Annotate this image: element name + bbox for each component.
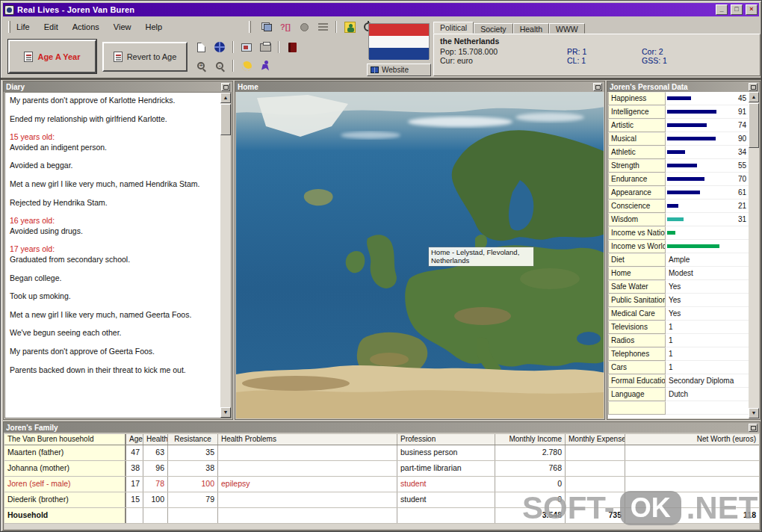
zoom-in-icon[interactable]: + xyxy=(193,59,208,72)
personal-scroll-thumb[interactable] xyxy=(749,103,759,148)
scroll-up-icon[interactable]: ▲ xyxy=(220,93,231,103)
family-cell xyxy=(566,477,625,492)
help-pointer-icon[interactable]: ?[] xyxy=(278,20,293,34)
stat-bar xyxy=(667,96,691,100)
family-cell xyxy=(566,445,625,460)
diary-scrollbar[interactable]: ▲ ▼ xyxy=(220,93,231,418)
stat-number: 34 xyxy=(738,148,746,156)
record-icon[interactable] xyxy=(297,20,312,34)
red-book-icon[interactable] xyxy=(285,40,300,54)
toolbar-separator xyxy=(232,41,234,53)
diary-entry: Avoided using drugs. xyxy=(10,226,216,236)
diary-entry: Met a new girl I like very much, named G… xyxy=(10,310,216,320)
website-button[interactable]: Website xyxy=(367,64,431,76)
list-icon[interactable] xyxy=(315,20,330,34)
moon-icon[interactable] xyxy=(239,59,254,72)
stat-label: Income vs World xyxy=(608,240,666,253)
family-header-cell: Profession xyxy=(397,434,495,445)
family-cell: student xyxy=(397,492,495,507)
runner-icon[interactable] xyxy=(258,59,273,72)
family-row[interactable]: Johanna (mother)389638part-time libraria… xyxy=(4,461,759,477)
stat-value-area xyxy=(666,401,749,415)
personal-scrollbar[interactable]: ▲ ▼ xyxy=(749,92,759,418)
tab-health[interactable]: Health xyxy=(513,23,549,34)
map-maximize-icon[interactable] xyxy=(593,83,602,91)
maximize-button[interactable]: □ xyxy=(731,4,743,15)
menu-actions[interactable]: Actions xyxy=(71,22,101,32)
watermark-text: .NET xyxy=(687,490,758,526)
person-icon[interactable] xyxy=(342,20,357,34)
stat-label xyxy=(608,401,666,415)
tab-www[interactable]: WWW xyxy=(549,23,585,34)
stat-row: Cars1 xyxy=(608,361,749,374)
tab-society[interactable]: Society xyxy=(474,23,512,34)
photo-transfer-icon[interactable] xyxy=(259,20,274,34)
scroll-up-icon[interactable]: ▲ xyxy=(749,92,759,102)
country-tabs: Political Society Health WWW xyxy=(433,22,585,34)
family-cell: 35 xyxy=(168,445,218,460)
family-row[interactable]: Maarten (father)476335business person2.7… xyxy=(4,445,759,461)
diary-entry: Parents backed down in their threat to k… xyxy=(10,365,216,375)
age-a-year-button[interactable]: Age A Year xyxy=(8,40,96,73)
stat-value-area: Yes xyxy=(666,307,749,321)
diary-scroll-thumb[interactable] xyxy=(220,104,231,135)
stat-row: Wisdom31 xyxy=(608,213,749,226)
diary-entry: Graduated from secondary school. xyxy=(10,255,216,265)
menu-life[interactable]: Life xyxy=(15,22,31,32)
tab-political[interactable]: Political xyxy=(433,22,474,34)
stat-row: LanguageDutch xyxy=(608,388,749,401)
family-maximize-icon[interactable] xyxy=(749,424,758,432)
menu-edit[interactable]: Edit xyxy=(43,22,60,32)
menu-view[interactable]: View xyxy=(112,22,133,32)
personal-maximize-icon[interactable] xyxy=(749,83,758,91)
diary-entry: Met a new girl I like very much, named H… xyxy=(10,179,216,189)
menu-help[interactable]: Help xyxy=(143,22,164,32)
family-header-cell: Health Problems xyxy=(218,434,397,445)
stat-label: Conscience xyxy=(608,200,666,213)
divider xyxy=(1,78,761,80)
toolbar-grip[interactable] xyxy=(8,21,10,33)
stat-bar xyxy=(667,150,685,154)
personal-data-panel: Joren's Personal Data Happiness45Intelli… xyxy=(607,81,761,420)
family-cell xyxy=(218,492,397,507)
country-cur: Cur: euro xyxy=(440,56,567,65)
printer-icon[interactable] xyxy=(258,40,273,54)
revert-to-age-button[interactable]: Revert to Age xyxy=(102,42,188,72)
stat-value-area: 90 xyxy=(666,132,749,146)
stat-bar xyxy=(667,231,675,235)
stat-text-value: Modest xyxy=(669,269,693,277)
new-page-icon[interactable] xyxy=(193,40,208,54)
stat-value-area: Yes xyxy=(666,294,749,307)
zoom-out-icon[interactable]: - xyxy=(212,59,227,72)
menubar: Life Edit Actions View Help xyxy=(4,19,175,34)
diary-title: Diary xyxy=(6,83,221,91)
world-map[interactable]: Home - Lelystad, Flevoland, Netherlands xyxy=(236,92,604,418)
stat-row: HomeModest xyxy=(608,267,749,280)
minimize-button[interactable]: _ xyxy=(716,4,728,15)
diary-entry: My parents don't approve of Karlotte Hen… xyxy=(10,96,216,105)
diary-maximize-icon[interactable] xyxy=(221,83,230,91)
stat-value-area: Secondary Diploma xyxy=(666,374,749,388)
stat-bar xyxy=(667,110,716,114)
stat-value-area: 1 xyxy=(666,321,749,334)
stat-label: Public Sanitation xyxy=(608,294,666,307)
scroll-down-icon[interactable]: ▼ xyxy=(220,407,231,418)
diary-entry: Avoided an indigent person. xyxy=(10,143,216,152)
stat-value-area: 61 xyxy=(666,186,749,200)
family-title: Joren's Family xyxy=(6,424,749,432)
family-cell xyxy=(168,508,218,523)
stat-row: Musical90 xyxy=(608,132,749,146)
toolbar-top: ?[] xyxy=(249,20,376,34)
toolbar-grip[interactable] xyxy=(249,21,251,33)
scroll-down-icon[interactable]: ▼ xyxy=(749,408,759,418)
stat-row: Appearance61 xyxy=(608,186,749,200)
app-window: Real Lives - Joren Van Buren _ □ × Life … xyxy=(0,0,762,532)
globe-icon[interactable] xyxy=(212,40,227,54)
stat-label: Medical Care xyxy=(608,307,666,321)
stat-value-area: 91 xyxy=(666,105,749,119)
close-button[interactable]: × xyxy=(746,4,758,15)
diary-entries[interactable]: My parents don't approve of Karlotte Hen… xyxy=(4,92,232,418)
picture-icon[interactable] xyxy=(239,40,254,54)
toolbar-separator xyxy=(335,21,337,33)
toolbar-separator xyxy=(278,41,279,53)
